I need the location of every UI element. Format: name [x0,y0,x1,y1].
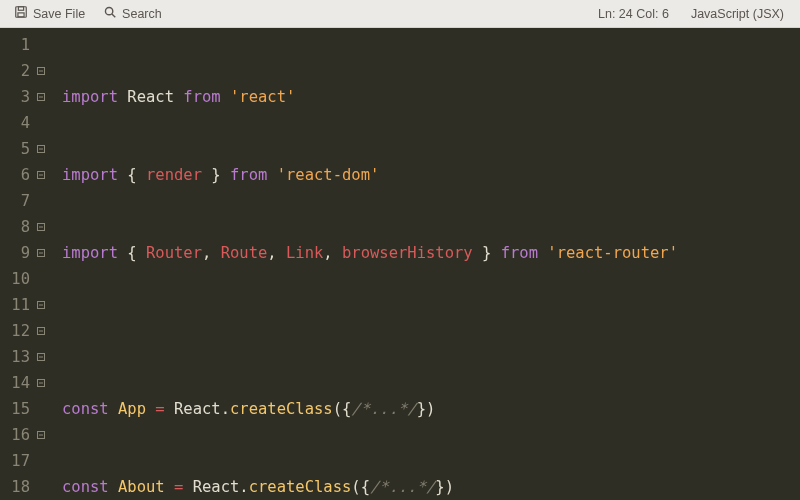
line-number: 5 [12,136,30,162]
gutter-row: 5 [0,136,52,162]
line-number: 11 [11,292,30,318]
line-number: 2 [12,58,30,84]
gutter-row: 12 [0,318,52,344]
code-line: import { render } from 'react-dom' [62,162,800,188]
gutter-row: 16 [0,422,52,448]
svg-line-4 [112,14,115,17]
fold-toggle-icon[interactable] [36,378,46,388]
line-number: 16 [11,422,30,448]
fold-toggle-icon [36,456,46,466]
fold-toggle-icon[interactable] [36,170,46,180]
code-line [62,318,800,344]
code-area[interactable]: import React from 'react' import { rende… [52,28,800,500]
line-number: 7 [12,188,30,214]
language-mode[interactable]: JavaScript (JSX) [683,7,792,21]
gutter-row: 4 [0,110,52,136]
gutter-row: 7 [0,188,52,214]
code-line: const About = React.createClass({/*...*/… [62,474,800,500]
line-number: 15 [11,396,30,422]
fold-toggle-icon [36,40,46,50]
code-line: import React from 'react' [62,84,800,110]
gutter-row: 17 [0,448,52,474]
code-line: const App = React.createClass({/*...*/}) [62,396,800,422]
gutter-row: 10 [0,266,52,292]
fold-toggle-icon [36,118,46,128]
gutter-row: 11 [0,292,52,318]
gutter-row: 18 [0,474,52,500]
gutter-row: 15 [0,396,52,422]
search-label: Search [122,7,162,21]
fold-toggle-icon[interactable] [36,222,46,232]
gutter-row: 13 [0,344,52,370]
svg-point-3 [106,7,113,14]
search-button[interactable]: Search [97,3,168,24]
svg-rect-2 [18,13,24,17]
gutter-row: 9 [0,240,52,266]
save-file-label: Save File [33,7,85,21]
line-number: 1 [12,32,30,58]
gutter-row: 3 [0,84,52,110]
gutter-row: 1 [0,32,52,58]
fold-toggle-icon[interactable] [36,352,46,362]
fold-toggle-icon [36,196,46,206]
line-number: 13 [11,344,30,370]
gutter-row: 14 [0,370,52,396]
code-editor[interactable]: 123456789101112131415161718 import React… [0,28,800,500]
line-number: 17 [11,448,30,474]
fold-toggle-icon [36,274,46,284]
save-file-button[interactable]: Save File [8,3,91,24]
save-icon [14,5,28,22]
fold-toggle-icon[interactable] [36,92,46,102]
fold-toggle-icon[interactable] [36,300,46,310]
fold-toggle-icon[interactable] [36,248,46,258]
search-icon [103,5,117,22]
fold-toggle-icon [36,482,46,492]
fold-toggle-icon[interactable] [36,144,46,154]
fold-toggle-icon [36,404,46,414]
gutter-row: 6 [0,162,52,188]
line-number: 9 [12,240,30,266]
svg-rect-1 [18,7,23,11]
cursor-position: Ln: 24 Col: 6 [590,7,677,21]
code-line: import { Router, Route, Link, browserHis… [62,240,800,266]
line-number: 18 [11,474,30,500]
fold-toggle-icon[interactable] [36,66,46,76]
fold-toggle-icon[interactable] [36,326,46,336]
fold-toggle-icon[interactable] [36,430,46,440]
line-number: 3 [12,84,30,110]
line-number: 8 [12,214,30,240]
line-number: 10 [11,266,30,292]
gutter-row: 2 [0,58,52,84]
line-number: 6 [12,162,30,188]
line-number: 14 [11,370,30,396]
line-number: 12 [11,318,30,344]
toolbar: Save File Search Ln: 24 Col: 6 JavaScrip… [0,0,800,28]
gutter-row: 8 [0,214,52,240]
line-number-gutter: 123456789101112131415161718 [0,28,52,500]
line-number: 4 [12,110,30,136]
